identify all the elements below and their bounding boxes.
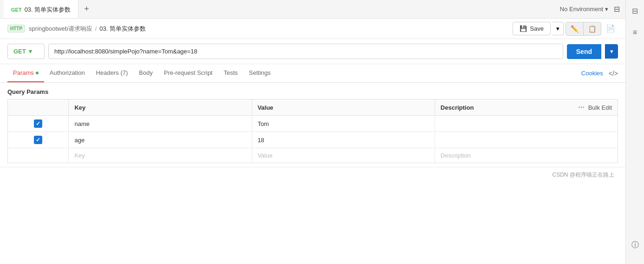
breadcrumb-separator: / [95, 25, 97, 32]
code-icon[interactable]: </> [609, 70, 618, 77]
url-input[interactable] [48, 44, 563, 59]
more-options-icon[interactable]: ··· [578, 103, 584, 112]
tab-params-label: Params [13, 69, 34, 76]
tab-body-label: Body [139, 69, 153, 76]
save-button[interactable]: 💾 Save [513, 22, 551, 35]
params-dot-indicator [36, 72, 39, 74]
tab-authorization[interactable]: Authorization [44, 64, 91, 82]
top-right-icon-button[interactable]: ⊟ [612, 3, 622, 15]
sidebar-icon-1[interactable]: ⊟ [629, 4, 641, 18]
row1-key-cell[interactable]: name [69, 116, 252, 132]
top-tab-title: 03. 简单实体参数 [25, 6, 71, 14]
edit-icon-group: ✏️ 📋 [566, 22, 601, 36]
method-selector[interactable]: GET ▾ [7, 44, 45, 59]
send-button[interactable]: Send [567, 44, 601, 59]
row1-checkbox-cell[interactable] [8, 116, 69, 132]
empty-value-placeholder: Value [258, 152, 273, 159]
footer-text: CSDN @程序喵正在路上 [552, 172, 614, 178]
row2-value-cell[interactable]: 18 [252, 132, 435, 148]
breadcrumb-current: 03. 简单实体参数 [99, 25, 146, 33]
row1-desc-cell[interactable] [435, 116, 618, 132]
method-chevron-icon: ▾ [29, 48, 32, 55]
method-value: GET [13, 48, 26, 55]
th-key: Key [69, 99, 252, 116]
tab-body[interactable]: Body [133, 64, 158, 82]
row2-checkbox-cell[interactable] [8, 132, 69, 148]
environment-selector[interactable]: No Environment ▾ [560, 6, 608, 13]
breadcrumb-actions: 💾 Save ▾ ✏️ 📋 📄 [513, 22, 618, 36]
row2-checkbox[interactable] [34, 136, 42, 144]
th-description: Description ··· Bulk Edit [435, 99, 618, 116]
breadcrumb-parent[interactable]: springbootweb请求响应 [29, 25, 92, 33]
empty-checkbox-cell [8, 148, 69, 163]
tab-settings-label: Settings [249, 69, 271, 76]
tab-params[interactable]: Params [7, 64, 44, 82]
tab-authorization-label: Authorization [50, 69, 85, 76]
tab-tests-label: Tests [224, 69, 238, 76]
tabs-right-actions: Cookies </> [581, 70, 618, 77]
tab-headers-label: Headers (7) [96, 69, 128, 76]
row2-key-cell[interactable]: age [69, 132, 252, 148]
tab-method-badge: GET [11, 7, 22, 13]
empty-key-cell[interactable]: Key [69, 148, 252, 163]
breadcrumb-row: HTTP springbootweb请求响应 / 03. 简单实体参数 💾 Sa… [0, 19, 625, 39]
empty-desc-placeholder: Description [441, 152, 471, 159]
doc-icon-button[interactable]: 📄 [603, 22, 618, 35]
params-table: Key Value Description ··· Bulk Edit [7, 99, 618, 163]
send-dropdown-button[interactable]: ▾ [605, 44, 618, 59]
http-badge: HTTP [7, 25, 25, 33]
params-section: Query Params Key Value Description ··· B… [0, 83, 625, 163]
save-dropdown-button[interactable]: ▾ [553, 22, 564, 35]
right-sidebar: ⊟ ≡ ⓘ [625, 0, 644, 183]
bulk-edit-button[interactable]: Bulk Edit [588, 104, 612, 111]
edit-pencil-button[interactable]: ✏️ [566, 22, 584, 35]
env-chevron-icon: ▾ [605, 6, 608, 13]
row2-desc-cell[interactable] [435, 132, 618, 148]
th-checkbox [8, 99, 69, 116]
th-description-label: Description [441, 104, 474, 111]
tab-prerequest-label: Pre-request Script [164, 69, 213, 76]
page-footer: CSDN @程序喵正在路上 [0, 167, 625, 183]
top-tab-bar: GET 03. 简单实体参数 + No Environment ▾ ⊟ [0, 0, 625, 19]
cookies-link[interactable]: Cookies [581, 70, 603, 77]
query-params-title: Query Params [7, 88, 618, 95]
url-row: GET ▾ Send ▾ [0, 39, 625, 64]
row1-checkbox[interactable] [34, 119, 42, 128]
environment-label: No Environment [560, 6, 603, 13]
th-value: Value [252, 99, 435, 116]
main-content: GET 03. 简单实体参数 + No Environment ▾ ⊟ HTTP… [0, 0, 625, 183]
table-row: age 18 [8, 132, 618, 148]
row1-value-cell[interactable]: Tom [252, 116, 435, 132]
empty-desc-cell[interactable]: Description [435, 148, 618, 163]
tab-tests[interactable]: Tests [218, 64, 243, 82]
save-label: Save [530, 25, 544, 32]
empty-value-cell[interactable]: Value [252, 148, 435, 163]
edit-doc-button[interactable]: 📋 [584, 22, 601, 35]
table-header-row: Key Value Description ··· Bulk Edit [8, 99, 618, 116]
save-disk-icon: 💾 [520, 25, 527, 32]
empty-key-placeholder: Key [74, 152, 85, 159]
tab-prerequest[interactable]: Pre-request Script [158, 64, 218, 82]
top-tab-active[interactable]: GET 03. 简单实体参数 [4, 0, 78, 18]
add-tab-button[interactable]: + [78, 0, 95, 18]
tab-headers[interactable]: Headers (7) [91, 64, 134, 82]
request-tabs: Params Authorization Headers (7) Body Pr… [0, 64, 625, 83]
tab-settings[interactable]: Settings [243, 64, 276, 82]
table-row-empty: Key Value Description [8, 148, 618, 163]
table-row: name Tom [8, 116, 618, 132]
sidebar-icon-2[interactable]: ≡ [630, 26, 640, 40]
top-tab-right: No Environment ▾ ⊟ [560, 3, 622, 15]
